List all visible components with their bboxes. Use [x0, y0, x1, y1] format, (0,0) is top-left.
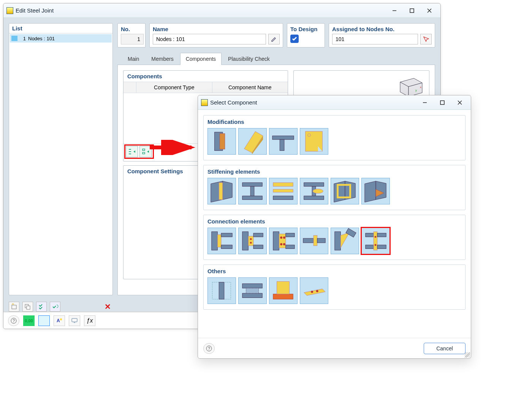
edit-name-button[interactable]	[268, 34, 280, 44]
help-button[interactable]: ?	[203, 343, 215, 354]
add-from-library-button[interactable]	[139, 146, 152, 157]
display-settings-button[interactable]	[69, 315, 80, 326]
formula-button[interactable]: ƒx	[84, 315, 95, 326]
no-input[interactable]	[121, 34, 144, 44]
no-field-block: No.	[117, 23, 146, 48]
delete-item-button[interactable]: ✕	[102, 302, 113, 312]
add-component-button[interactable]	[126, 146, 138, 157]
svg-rect-74	[377, 233, 386, 237]
help-button[interactable]: ?	[8, 315, 19, 326]
svg-rect-22	[272, 136, 294, 139]
maximize-button[interactable]	[434, 97, 451, 108]
svg-point-38	[313, 189, 323, 193]
component-tile-other-3[interactable]	[269, 277, 298, 304]
check-reload-button[interactable]	[50, 302, 60, 312]
svg-text:x: x	[420, 86, 421, 89]
svg-marker-67	[340, 233, 349, 248]
list-item-label: Nodes : 101	[28, 36, 55, 41]
group-title-others: Others	[207, 268, 461, 277]
svg-marker-42	[365, 181, 376, 202]
svg-rect-79	[242, 293, 262, 298]
svg-point-72	[375, 236, 377, 238]
close-button[interactable]	[451, 97, 469, 108]
new-item-button[interactable]	[9, 302, 19, 312]
svg-rect-75	[377, 245, 386, 249]
component-tile-other-4[interactable]	[300, 277, 328, 304]
list-item-marker	[11, 36, 17, 41]
svg-rect-81	[273, 294, 293, 299]
select-dialog-title: Select Component	[210, 99, 416, 106]
components-table-header: Component Type Component Name	[124, 82, 288, 93]
col-component-name: Component Name	[212, 82, 288, 93]
units-button[interactable]: 0,00	[23, 315, 35, 326]
component-tile-other-1[interactable]	[207, 277, 236, 304]
list-item[interactable]: 1 Nodes : 101	[10, 34, 112, 43]
component-tile-stiffener-5[interactable]	[331, 178, 359, 204]
component-tile-stiffener-2[interactable]	[238, 178, 267, 204]
assigned-label: Assigned to Nodes No.	[332, 25, 432, 34]
svg-rect-65	[317, 238, 325, 243]
svg-rect-78	[242, 284, 262, 288]
cancel-button[interactable]: Cancel	[424, 343, 466, 354]
copy-item-button[interactable]	[22, 302, 33, 312]
group-connection: Connection elements Plate to Plate	[203, 215, 466, 260]
component-tile-connection-4[interactable]	[300, 228, 328, 254]
component-tile-modification-3[interactable]	[269, 128, 298, 155]
titlebar-main: Edit Steel Joint	[3, 3, 440, 18]
svg-point-52	[250, 242, 252, 244]
svg-rect-14	[60, 318, 62, 320]
svg-rect-50	[248, 236, 253, 245]
svg-rect-62	[286, 245, 294, 249]
minimize-button[interactable]	[416, 97, 434, 108]
close-button[interactable]	[421, 5, 438, 16]
svg-rect-28	[219, 183, 223, 200]
component-tile-connection-5[interactable]	[331, 228, 359, 254]
svg-rect-61	[286, 233, 294, 237]
font-settings-button[interactable]: A	[54, 315, 65, 326]
list-item-number: 1	[19, 36, 28, 41]
svg-rect-80	[246, 288, 259, 293]
component-tile-connection-3[interactable]	[269, 228, 298, 254]
pick-nodes-button[interactable]	[420, 34, 432, 44]
component-tile-modification-4[interactable]	[300, 128, 328, 155]
group-modifications: Modifications	[203, 115, 466, 160]
check-all-button[interactable]	[36, 302, 47, 312]
svg-rect-31	[250, 186, 254, 196]
tab-plausibility[interactable]: Plausibility Check	[222, 53, 276, 65]
svg-rect-82	[277, 282, 290, 294]
tab-members[interactable]: Members	[146, 53, 179, 65]
component-tile-connection-2[interactable]	[238, 228, 267, 254]
svg-rect-19	[220, 134, 225, 149]
component-tile-stiffener-4[interactable]	[300, 178, 328, 204]
svg-point-57	[280, 236, 282, 239]
tab-components[interactable]: Components	[180, 53, 222, 65]
component-tile-connection-1[interactable]	[207, 228, 236, 254]
resize-grip[interactable]	[465, 352, 470, 358]
component-tile-plate-to-plate[interactable]	[361, 228, 390, 254]
maximize-button[interactable]	[403, 5, 421, 16]
svg-rect-34	[273, 189, 293, 192]
component-tile-stiffener-3[interactable]	[269, 178, 298, 204]
component-tile-stiffener-6[interactable]	[361, 178, 390, 204]
no-label: No.	[121, 25, 142, 34]
to-design-checkbox[interactable]	[290, 35, 299, 43]
svg-rect-1	[142, 149, 145, 150]
component-tile-other-2[interactable]	[238, 277, 267, 304]
svg-rect-29	[242, 183, 262, 187]
component-tile-stiffener-1[interactable]	[207, 178, 236, 204]
svg-point-51	[250, 238, 252, 240]
tab-main[interactable]: Main	[122, 53, 145, 65]
component-tile-modification-2[interactable]	[238, 128, 267, 155]
name-input[interactable]	[153, 34, 266, 44]
assigned-nodes-input[interactable]	[332, 34, 418, 44]
svg-rect-35	[304, 183, 324, 187]
component-tile-modification-1[interactable]	[207, 128, 236, 155]
list-header: List	[9, 24, 112, 33]
svg-rect-49	[242, 232, 249, 250]
app-icon	[201, 99, 208, 106]
minimize-button[interactable]	[386, 5, 403, 16]
color-picker-button[interactable]	[38, 315, 50, 326]
svg-text:?: ?	[13, 318, 15, 323]
group-stiffening: Stiffening elements	[203, 165, 466, 210]
svg-rect-70	[366, 245, 374, 249]
